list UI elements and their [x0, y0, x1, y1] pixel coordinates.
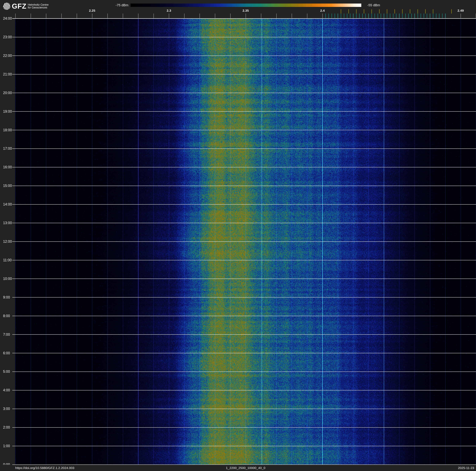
time-axis-label: 7:00	[3, 332, 10, 337]
gfz-globe-icon	[3, 3, 10, 10]
colorbar-max-label: -55 dBm	[367, 3, 380, 7]
time-axis-label: 22:00	[3, 54, 12, 58]
time-axis-label: 18:00	[3, 128, 12, 132]
time-axis-label: 15:00	[3, 184, 12, 188]
spectrogram-canvas	[0, 0, 476, 471]
footer-bar: https://doi.org/10.5880/GFZ.1.2.2024.003…	[0, 465, 476, 471]
freq-axis-label: 2.49	[454, 9, 468, 12]
colorbar-min-label: -75 dBm	[116, 3, 128, 7]
time-axis-label: 1:00	[3, 444, 10, 448]
time-axis-label: 10:00	[3, 277, 12, 281]
time-axis-label: 17:00	[3, 146, 12, 150]
dataset-name: 1_2200_2500_10000_40_0	[15, 465, 476, 471]
time-axis-label: 19:00	[3, 109, 12, 113]
gfz-logo-subtitle: Helmholtz Centre for Geosciences	[28, 3, 49, 9]
time-axis-label: 20:00	[3, 91, 12, 95]
time-axis-label: 5:00	[3, 370, 10, 374]
freq-axis-label: 2.4	[316, 9, 329, 12]
time-axis-label: 11:00	[3, 258, 12, 262]
time-axis-label: 9:00	[3, 295, 10, 299]
colorbar-gradient	[131, 3, 361, 7]
gfz-logo-subtitle-line1: Helmholtz Centre	[28, 3, 49, 6]
time-axis-label: 2:00	[3, 425, 10, 429]
time-axis-label: 6:00	[3, 351, 10, 355]
gfz-logo: GFZ Helmholtz Centre for Geosciences	[3, 2, 49, 10]
time-axis-label: 24:00	[3, 17, 12, 20]
time-axis-label: 13:00	[3, 221, 12, 225]
time-axis-label: 3:00	[3, 407, 10, 411]
time-axis-label: 12:00	[3, 239, 12, 243]
freq-axis-label: 2.3	[162, 9, 176, 12]
freq-axis-label: 2.25	[85, 9, 99, 12]
time-axis-label: 8:00	[3, 314, 10, 318]
time-axis-label: 14:00	[3, 202, 12, 206]
time-axis-label: 4:00	[3, 388, 10, 392]
time-axis-label: 23:00	[3, 35, 12, 39]
gfz-logo-acronym: GFZ	[12, 3, 26, 10]
gfz-logo-subtitle-line2: for Geosciences	[28, 6, 49, 9]
spectrogram-page: { "header": { "logo": { "acronym": "GFZ"…	[0, 0, 476, 471]
time-axis-label: 16:00	[3, 165, 12, 169]
freq-axis-label: 2.35	[239, 9, 253, 12]
date-label: 2025-11-23	[458, 465, 474, 471]
time-axis-label: 21:00	[3, 72, 12, 76]
